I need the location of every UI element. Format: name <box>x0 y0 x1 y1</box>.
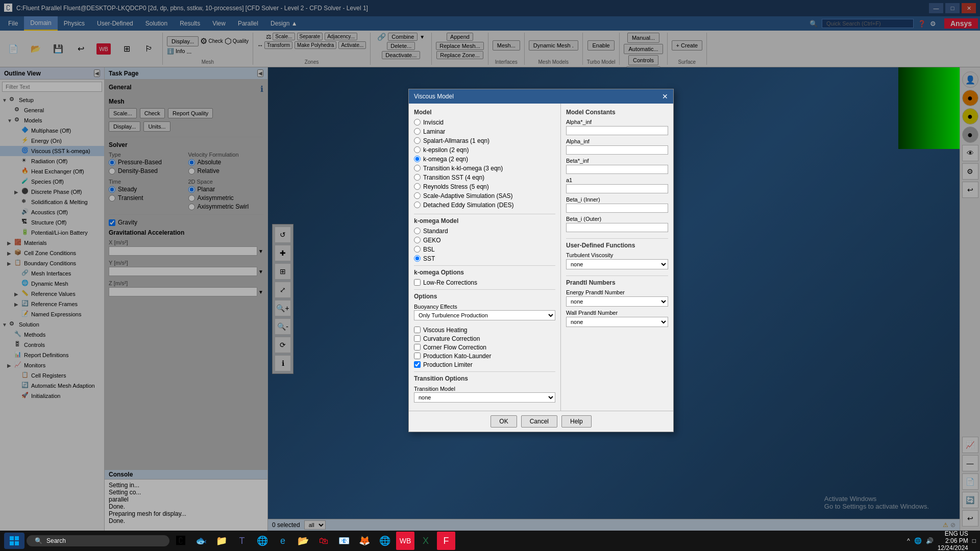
taskbar-store-icon[interactable]: 🛍 <box>314 532 333 550</box>
a1-label: a1 <box>566 177 668 183</box>
radio-transition-sst[interactable]: Transition SST (4 eqn) <box>414 174 555 181</box>
taskbar-search-icon: 🔍 <box>35 537 42 544</box>
taskbar-wb2-icon[interactable]: WB <box>396 532 414 550</box>
taskbar-search-label: Search <box>46 537 66 544</box>
options-title: Options <box>414 293 555 300</box>
taskbar: 🔍 Search 🅲 🐟 📁 T 🌐 e 📂 🛍 📧 🦊 🌐 WB X F ^ … <box>0 531 980 551</box>
transition-model-row: Transition Model none <box>414 385 555 406</box>
taskbar-right: ^ 🌐 🔊 ENG US 2:06 PM 12/24/2024 □ <box>907 530 976 551</box>
production-limiter-checkbox[interactable]: Production Limiter <box>414 361 555 368</box>
taskbar-date: 12/24/2024 <box>938 544 968 551</box>
komega-options-title: k-omega Options <box>414 269 555 276</box>
turb-visc-label: Turbulent Viscosity <box>566 252 668 258</box>
alpha-inf-label: Alpha_inf <box>566 138 668 144</box>
beta-star-inf-input[interactable]: 0.09 <box>566 165 668 174</box>
radio-standard[interactable]: Standard <box>414 228 555 235</box>
modal-body: Model Inviscid Laminar Spalart-Allmaras … <box>409 104 673 411</box>
radio-sas[interactable]: Scale-Adaptive Simulation (SAS) <box>414 192 555 199</box>
taskbar-search-area[interactable]: 🔍 Search <box>27 535 169 546</box>
alpha-inf-input[interactable]: 0.52 <box>566 145 668 155</box>
transition-model-select[interactable]: none <box>414 392 555 403</box>
wall-prandtl-select[interactable]: none <box>566 317 668 327</box>
taskbar-ff-icon[interactable]: 🦊 <box>355 532 374 550</box>
taskbar-teams-icon[interactable]: T <box>233 532 251 550</box>
udf-title: User-Defined Functions <box>566 242 668 249</box>
svg-rect-3 <box>15 541 19 545</box>
svg-rect-2 <box>10 541 14 545</box>
beta-star-inf-label: Beta*_inf <box>566 158 668 164</box>
radio-transition-kkl[interactable]: Transition k-kl-omega (3 eqn) <box>414 165 555 172</box>
modal-close-btn[interactable]: ✕ <box>662 92 668 101</box>
curvature-correction-checkbox[interactable]: Curvature Correction <box>414 335 555 342</box>
model-section-title: Model <box>414 109 555 116</box>
prandtl-title: Prandtl Numbers <box>566 279 668 286</box>
model-constants-title: Model Constants <box>566 109 668 116</box>
turb-visc-select[interactable]: none <box>566 259 668 269</box>
alpha-star-inf-label: Alpha*_inf <box>566 119 668 125</box>
taskbar-folder-icon[interactable]: 📁 <box>212 532 231 550</box>
taskbar-explorer-icon[interactable]: 📂 <box>294 532 312 550</box>
corner-flow-checkbox[interactable]: Corner Flow Correction <box>414 344 555 351</box>
beta-i-inner-input[interactable]: 0.075 <box>566 204 668 213</box>
network-icon: 🌐 <box>914 537 922 544</box>
notification-icon[interactable]: □ <box>972 537 976 544</box>
alpha-star-inf-input[interactable]: 1 <box>566 126 668 135</box>
taskbar-fluent2-icon[interactable]: F <box>437 532 455 550</box>
radio-sst[interactable]: SST <box>414 255 555 262</box>
taskbar-indicators: ^ <box>907 537 910 544</box>
taskbar-excel-icon[interactable]: X <box>416 532 435 550</box>
buoyancy-select[interactable]: Only Turbulence Production <box>414 310 555 320</box>
windows-logo-icon <box>9 536 19 546</box>
komega-model-title: k-omega Model <box>414 217 555 224</box>
svg-rect-0 <box>10 536 14 540</box>
radio-geko[interactable]: GEKO <box>414 237 555 244</box>
taskbar-clock: ENG US 2:06 PM 12/24/2024 <box>938 530 968 551</box>
beta-i-outer-input[interactable]: 0.0828 <box>566 223 668 232</box>
ok-button[interactable]: OK <box>491 415 517 428</box>
modal-title-text: Viscous Model <box>414 93 454 100</box>
viscous-heating-checkbox[interactable]: Viscous Heating <box>414 327 555 334</box>
modal-footer: OK Cancel Help <box>409 411 673 432</box>
energy-prandtl-label: Energy Prandtl Number <box>566 289 668 295</box>
transition-options-title: Transition Options <box>414 375 555 382</box>
taskbar-fish-icon[interactable]: 🐟 <box>192 532 210 550</box>
taskbar-chrome-icon[interactable]: 🌐 <box>376 532 394 550</box>
taskbar-ie-icon[interactable]: e <box>274 532 292 550</box>
radio-komega[interactable]: k-omega (2 eqn) <box>414 156 555 163</box>
modal-title-bar: Viscous Model ✕ <box>409 89 673 104</box>
viscous-model-dialog: Viscous Model ✕ Model Inviscid Laminar S… <box>408 89 674 432</box>
radio-bsl[interactable]: BSL <box>414 246 555 253</box>
modal-right-panel: Model Constants Alpha*_inf 1 Alpha_inf 0… <box>561 104 673 348</box>
taskbar-outlook-icon[interactable]: 📧 <box>335 532 353 550</box>
modal-overlay: Viscous Model ✕ Model Inviscid Laminar S… <box>0 0 980 551</box>
start-button[interactable] <box>4 533 24 549</box>
taskbar-fluent-icon[interactable]: 🅲 <box>172 532 190 550</box>
buoyancy-row: Buoyancy Effects Only Turbulence Product… <box>414 303 555 323</box>
taskbar-edge-icon[interactable]: 🌐 <box>253 532 272 550</box>
up-icon: ^ <box>907 537 910 544</box>
wall-prandtl-label: Wall Prandtl Number <box>566 310 668 316</box>
transition-model-label: Transition Model <box>414 386 455 392</box>
buoyancy-label: Buoyancy Effects <box>414 304 457 310</box>
energy-prandtl-select[interactable]: none <box>566 296 668 307</box>
radio-des[interactable]: Detached Eddy Simulation (DES) <box>414 202 555 209</box>
a1-input[interactable]: 0.31 <box>566 184 668 193</box>
radio-reynolds[interactable]: Reynolds Stress (5 eqn) <box>414 183 555 190</box>
svg-rect-1 <box>15 536 19 540</box>
radio-laminar[interactable]: Laminar <box>414 128 555 135</box>
production-kato-checkbox[interactable]: Production Kato-Launder <box>414 353 555 360</box>
sound-icon: 🔊 <box>926 537 934 544</box>
help-button[interactable]: Help <box>561 415 592 428</box>
cancel-button[interactable]: Cancel <box>521 415 557 428</box>
radio-spalart[interactable]: Spalart-Allmaras (1 eqn) <box>414 137 555 144</box>
modal-left-panel: Model Inviscid Laminar Spalart-Allmaras … <box>409 104 561 411</box>
taskbar-locale: ENG US <box>938 530 968 537</box>
beta-i-outer-label: Beta_i (Outer) <box>566 216 668 222</box>
radio-inviscid[interactable]: Inviscid <box>414 119 555 126</box>
taskbar-time: 2:06 PM <box>938 537 968 544</box>
radio-kepsilon[interactable]: k-epsilon (2 eqn) <box>414 146 555 154</box>
low-re-checkbox[interactable]: Low-Re Corrections <box>414 279 555 286</box>
model-list: Inviscid Laminar Spalart-Allmaras (1 eqn… <box>414 119 555 211</box>
beta-i-inner-label: Beta_i (Inner) <box>566 196 668 203</box>
